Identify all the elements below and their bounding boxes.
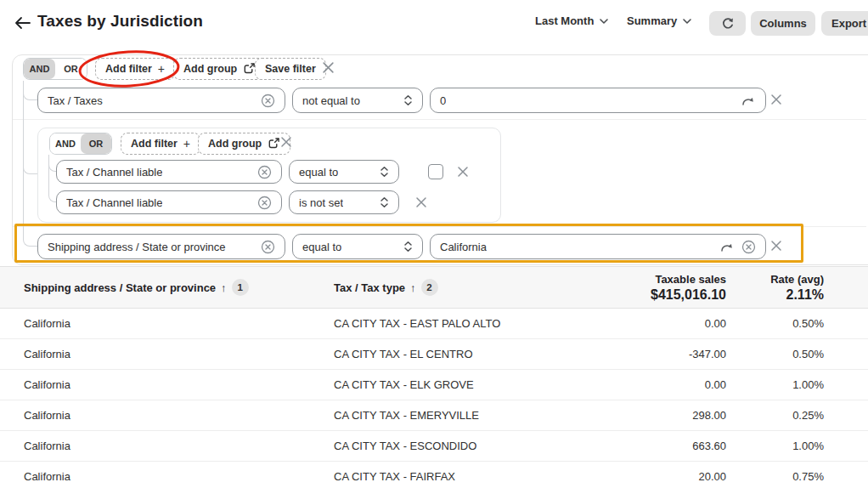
view-mode-button[interactable]: Summary [627,14,691,27]
table-row: California CA CITY TAX - FAIRFAX 20.00 0… [0,462,868,488]
filter-value-input[interactable]: California [430,234,766,259]
remove-filter-button[interactable] [770,240,782,252]
root-boolean-toggle: AND OR [23,58,87,80]
table-row: California CA CITY TAX - EAST PALO ALTO … [0,309,868,339]
filter-field-pill[interactable]: Tax / Taxes [37,88,285,113]
date-range-button[interactable]: Last Month [535,14,608,27]
tree-connector [23,81,37,247]
group-or-button[interactable]: OR [81,133,111,154]
filter-section-divider [13,226,866,227]
export-button[interactable]: Export / [821,11,868,36]
apply-arrow-icon[interactable] [741,95,756,106]
clear-all-filters-button[interactable] [322,61,335,74]
rate-total: 2.11% [786,287,824,303]
filter-section-divider [13,119,866,120]
filter-operator-select[interactable]: not equal to [292,88,423,113]
select-chevrons-icon [403,241,413,253]
refresh-button[interactable] [709,11,746,36]
close-icon [457,166,469,178]
add-group-icon [268,138,280,150]
column-header-taxable-sales[interactable]: Taxable sales $415,016.10 [651,273,726,303]
plus-icon: + [158,63,165,75]
select-chevrons-icon [403,94,413,106]
select-chevrons-icon [380,196,389,208]
sort-asc-icon: ↑ [410,281,416,294]
remove-filter-button[interactable] [415,196,427,208]
clear-value-icon[interactable] [741,240,756,254]
remove-field-icon[interactable] [257,196,272,210]
column-header-tax-type[interactable]: Tax / Tax type ↑ 2 [334,267,438,308]
value-checkbox[interactable] [428,164,443,179]
filter-operator-select[interactable]: equal to [289,160,399,184]
apply-arrow-icon[interactable] [720,241,735,253]
close-icon [415,196,427,208]
sort-asc-icon: ↑ [221,281,227,294]
group-add-filter-button[interactable]: Add filter + [121,133,200,155]
add-filter-button[interactable]: Add filter + [95,58,175,80]
column-header-rate[interactable]: Rate (avg) 2.11% [770,273,824,303]
filter-value-input[interactable]: 0 [430,88,766,113]
filter-field-pill[interactable]: Shipping address / State or province [37,234,285,259]
filter-operator-select[interactable]: equal to [292,234,423,259]
root-and-button[interactable]: AND [24,59,55,79]
save-filter-button[interactable]: Save filter [255,58,326,80]
table-body: California CA CITY TAX - EAST PALO ALTO … [0,309,868,488]
close-icon [280,136,292,148]
remove-field-icon[interactable] [261,240,275,254]
back-button[interactable] [12,12,34,34]
caret-down-icon [600,19,608,24]
remove-field-icon[interactable] [257,165,272,179]
columns-button[interactable]: Columns [751,11,815,36]
taxable-sales-total: $415,016.10 [651,287,726,303]
add-group-button[interactable]: Add group [173,58,266,80]
group-boolean-toggle: AND OR [49,133,112,155]
caret-down-icon [683,19,691,24]
table-row: California CA CITY TAX - ELK GROVE 0.00 … [0,370,868,400]
table-row: California CA CITY TAX - EL CENTRO -347.… [0,339,868,370]
sort-order-badge: 1 [232,279,249,296]
select-chevrons-icon [380,166,389,178]
filter-operator-select[interactable]: is not set [289,190,399,214]
remove-filter-button[interactable] [457,166,469,178]
root-or-button[interactable]: OR [55,59,87,79]
tree-connector [48,155,56,202]
filter-field-pill[interactable]: Tax / Channel liable [56,160,282,184]
close-icon [322,61,335,74]
filter-field-pill[interactable]: Tax / Channel liable [56,190,282,214]
table-header: Shipping address / State or province ↑ 1… [0,266,868,309]
column-header-state[interactable]: Shipping address / State or province ↑ 1 [24,267,249,308]
remove-group-button[interactable] [280,136,292,148]
plus-icon: + [183,138,190,150]
sort-order-badge: 2 [421,279,438,296]
table-row: California CA CITY TAX - EMERYVILLE 298.… [0,400,868,431]
report-page: Taxes by Jurisdiction Last Month Summary… [0,0,868,488]
remove-filter-button[interactable] [770,94,782,105]
add-group-icon [243,63,256,75]
back-arrow-icon [14,16,31,30]
close-icon [770,240,782,252]
close-icon [770,94,782,105]
page-title: Taxes by Jurisdiction [37,12,203,31]
group-and-button[interactable]: AND [50,133,81,154]
table-row: California CA CITY TAX - ESCONDIDO 663.6… [0,431,868,462]
remove-field-icon[interactable] [261,94,275,108]
refresh-icon [721,17,735,31]
group-add-group-button[interactable]: Add group [198,133,290,155]
